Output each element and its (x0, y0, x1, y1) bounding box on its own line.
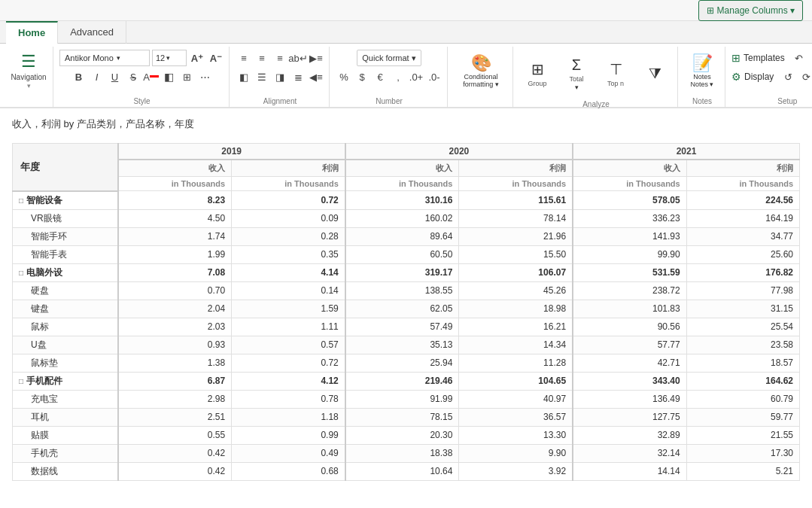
align-right-button[interactable]: ◨ (272, 68, 288, 85)
borders-button[interactable]: ⊞ (179, 68, 196, 85)
category-header-row: □手机配件6.874.12219.46104.65343.40164.62 (13, 372, 800, 390)
setup-btn3[interactable]: ⟳ (798, 68, 812, 85)
navigation-button[interactable]: ☰ Navigation ▾ (9, 47, 48, 95)
align-top-left-button[interactable]: ≡ (236, 50, 252, 66)
setup-btn2[interactable]: ↺ (780, 68, 796, 85)
item-value-cell: 1.18 (232, 408, 345, 426)
toolbar-group-number: Quick format ▾ % $ € , .0+ .0- Number (331, 47, 448, 107)
decrease-decimal-button[interactable]: .0- (426, 68, 442, 85)
increase-decimal-button[interactable]: .0+ (408, 68, 424, 85)
collapse-icon[interactable]: □ (19, 196, 23, 205)
dollar-button[interactable]: $ (354, 68, 370, 85)
metric-2019-profit: 利润 (232, 160, 345, 177)
topn-button[interactable]: ⊤ Top n (598, 50, 634, 98)
table-row: 智能手表1.990.3560.5015.5099.9025.60 (13, 245, 800, 263)
strikethrough-button[interactable]: S̶ (125, 68, 141, 85)
bold-button[interactable]: B (71, 68, 87, 85)
category-header-row: □智能设备8.230.72310.16115.61578.05224.56 (13, 191, 800, 210)
item-name: 耳机 (13, 408, 118, 426)
align-justify-button[interactable]: ≣ (290, 68, 306, 85)
category-total-cell: 115.61 (459, 191, 573, 210)
total-icon: Σ (572, 56, 581, 74)
report-title: 收入，利润 by 产品类别，产品名称，年度 (12, 117, 800, 131)
align-top-center-button[interactable]: ≡ (254, 50, 270, 66)
number-label: Number (376, 95, 403, 107)
item-value-cell: 0.78 (232, 390, 345, 408)
item-value-cell: 11.28 (459, 354, 573, 372)
unit-2021-profit: in Thousands (686, 177, 799, 191)
item-value-cell: 0.42 (118, 444, 232, 462)
group-button[interactable]: ⊞ Group (519, 50, 555, 98)
templates-button[interactable]: Templates (744, 53, 785, 63)
quick-format-button[interactable]: Quick format ▾ (357, 50, 421, 66)
category-total-cell: 319.17 (345, 263, 459, 281)
item-value-cell: 0.35 (232, 245, 345, 263)
item-value-cell: 21.96 (459, 227, 573, 245)
item-value-cell: 336.23 (573, 209, 686, 227)
align-top-right-button[interactable]: ≡ (272, 50, 288, 66)
item-name: 贴膜 (13, 426, 118, 444)
total-button[interactable]: Σ Total ▾ (558, 50, 595, 98)
italic-button[interactable]: I (89, 68, 105, 85)
indent-less-button[interactable]: ◀≡ (308, 68, 324, 85)
item-value-cell: 14.14 (573, 462, 686, 480)
item-name: 智能手环 (13, 227, 118, 245)
undo-button[interactable]: ↶ (791, 50, 807, 66)
underline-button[interactable]: U (107, 68, 123, 85)
conditional-formatting-button[interactable]: 🎨 Conditional formatting ▾ (454, 47, 508, 95)
font-color-button[interactable]: A (143, 68, 160, 85)
item-value-cell: 3.92 (459, 462, 573, 480)
display-icon: ⚙ (731, 71, 741, 83)
collapse-icon[interactable]: □ (19, 269, 23, 277)
align-left-button[interactable]: ◧ (236, 68, 252, 85)
item-value-cell: 2.03 (118, 318, 232, 336)
item-value-cell: 0.70 (118, 281, 232, 300)
item-value-cell: 89.64 (345, 227, 459, 245)
notes-button[interactable]: 📝 Notes Notes ▾ (684, 47, 720, 95)
tab-advanced[interactable]: Advanced (58, 21, 126, 44)
item-value-cell: 4.50 (118, 209, 232, 227)
item-value-cell: 0.42 (118, 462, 232, 480)
decrease-font-button[interactable]: A⁻ (208, 50, 224, 66)
item-value-cell: 21.55 (686, 426, 799, 444)
item-value-cell: 1.74 (118, 227, 232, 245)
wrap-text-button[interactable]: ab↵ (290, 50, 306, 66)
unit-2019-profit: in Thousands (232, 177, 345, 191)
euro-button[interactable]: € (372, 68, 388, 85)
category-total-cell: 4.12 (232, 372, 345, 390)
item-name: VR眼镜 (13, 209, 118, 227)
item-value-cell: 0.49 (232, 444, 345, 462)
tab-home[interactable]: Home (6, 21, 58, 44)
item-value-cell: 138.55 (345, 281, 459, 300)
collapse-icon[interactable]: □ (19, 377, 23, 385)
item-value-cell: 13.30 (459, 426, 573, 444)
table-row: 键盘2.041.5962.0518.98101.8331.15 (13, 300, 800, 318)
notes-group-label: Notes (692, 95, 712, 107)
item-value-cell: 34.77 (686, 227, 799, 245)
item-value-cell: 25.54 (686, 318, 799, 336)
filter-button[interactable]: ⧩ (637, 50, 673, 98)
percent-button[interactable]: % (336, 68, 352, 85)
font-selector[interactable]: Antikor Mono ▾ (59, 50, 150, 66)
item-value-cell: 36.57 (459, 408, 573, 426)
metric-2021-profit: 利润 (686, 160, 799, 177)
redo-button[interactable]: ↷ (809, 50, 812, 66)
category-header-row: □电脑外设7.084.14319.17106.07531.59176.82 (13, 263, 800, 281)
highlight-button[interactable]: ◧ (161, 68, 178, 85)
manage-columns-label: Manage Columns ▾ (717, 5, 795, 16)
increase-font-button[interactable]: A⁺ (189, 50, 205, 66)
comma-button[interactable]: , (390, 68, 406, 85)
category-total-cell: 104.65 (459, 372, 573, 390)
more-style-button[interactable]: ⋯ (197, 68, 214, 85)
indent-more-button[interactable]: ▶≡ (308, 50, 324, 66)
item-value-cell: 32.89 (573, 426, 686, 444)
manage-columns-button[interactable]: ⊞ Manage Columns ▾ (698, 0, 803, 21)
item-value-cell: 0.72 (232, 354, 345, 372)
table-row: 贴膜0.550.9920.3013.3032.8921.55 (13, 426, 800, 444)
toolbar-group-analyze: ⊞ Group Σ Total ▾ ⊤ Top n ⧩ Analyze (515, 47, 678, 107)
align-center-button[interactable]: ☰ (254, 68, 270, 85)
display-button[interactable]: Display (744, 71, 774, 82)
notes-icon: 📝 (692, 53, 713, 73)
font-size-selector[interactable]: 12 ▾ (152, 50, 187, 66)
item-value-cell: 9.90 (459, 444, 573, 462)
